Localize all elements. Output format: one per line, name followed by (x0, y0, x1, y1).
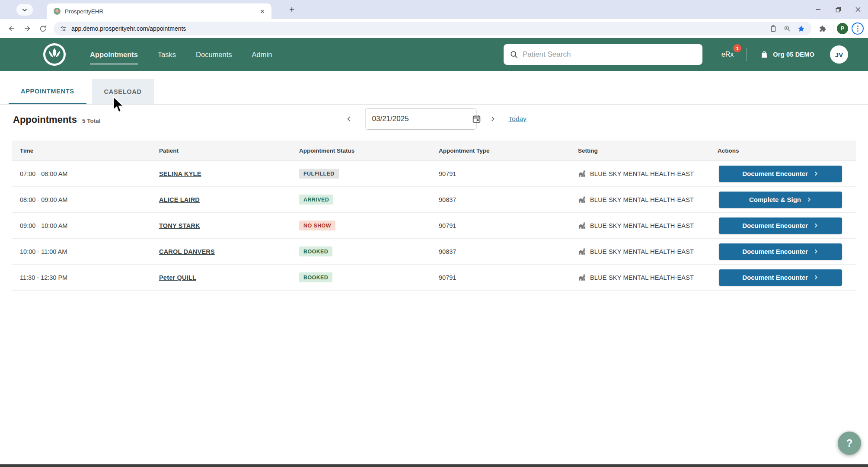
toolbar-divider (833, 24, 833, 33)
action-label: Document Encounter (742, 274, 808, 281)
action-button[interactable]: Document Encounter (719, 243, 842, 260)
facility-icon (578, 221, 586, 230)
patient-link[interactable]: TONY STARK (159, 222, 200, 229)
action-button[interactable]: Document Encounter (719, 269, 842, 286)
nav-item-appointments[interactable]: Appointments (90, 51, 138, 59)
table-row: 09:00 - 10:00 AM TONY STARK NO SHOW 9079… (12, 213, 856, 239)
patient-link[interactable]: Peter QUILL (159, 274, 196, 281)
date-navigation: Today (345, 108, 527, 130)
today-link[interactable]: Today (509, 115, 527, 123)
tab-caseload[interactable]: CASELOAD (92, 79, 154, 104)
url-text[interactable]: app.demo.prosperityehr.com/appointments (71, 25, 765, 32)
new-tab-button[interactable]: + (287, 5, 297, 15)
window-controls (808, 0, 868, 19)
user-avatar[interactable]: JV (830, 45, 848, 64)
setting-label: BLUE SKY MENTAL HEALTH-EAST (590, 222, 694, 229)
facility-icon (578, 273, 586, 281)
setting-label: BLUE SKY MENTAL HEALTH-EAST (590, 170, 694, 177)
column-header-actions: Actions (710, 147, 856, 154)
facility-icon (578, 247, 586, 256)
patient-search-box[interactable] (504, 44, 702, 65)
browser-tab[interactable]: ProsperityEHR ✕ (47, 3, 271, 19)
date-field[interactable] (365, 108, 477, 130)
patient-link[interactable]: CAROL DANVERS (159, 248, 215, 255)
date-input[interactable] (372, 115, 468, 123)
appointment-time: 08:00 - 09:00 AM (12, 196, 151, 203)
appointment-time: 09:00 - 10:00 AM (12, 222, 151, 229)
erx-notification-badge: 1 (733, 44, 741, 52)
extensions-icon[interactable] (815, 21, 830, 36)
action-label: Complete & Sign (749, 196, 801, 203)
clipboard-icon[interactable] (769, 25, 777, 32)
action-button[interactable]: Complete & Sign (719, 192, 842, 208)
patient-link[interactable]: ALICE LAIRD (159, 196, 200, 203)
site-settings-icon[interactable] (60, 25, 67, 32)
bookmark-star-icon[interactable] (797, 25, 805, 33)
setting-cell: BLUE SKY MENTAL HEALTH-EAST (570, 221, 710, 230)
org-label: Org 05 DEMO (773, 51, 814, 58)
chevron-right-icon (806, 197, 812, 202)
appointment-type: 90837 (431, 196, 570, 203)
tab-title: ProsperityEHR (65, 8, 254, 15)
setting-cell: BLUE SKY MENTAL HEALTH-EAST (570, 247, 710, 256)
next-day-button[interactable] (489, 115, 497, 123)
column-header-patient: Patient (151, 147, 291, 154)
facility-icon (578, 170, 586, 178)
window-minimize-button[interactable] (808, 0, 828, 19)
app-nav: Appointments Tasks Documents Admin (90, 51, 272, 59)
reload-button[interactable] (35, 21, 50, 36)
browser-menu-button[interactable] (852, 22, 864, 35)
setting-label: BLUE SKY MENTAL HEALTH-EAST (590, 248, 694, 255)
status-badge: BOOKED (299, 246, 332, 256)
zoom-icon[interactable] (783, 25, 791, 32)
appointment-type: 90791 (431, 170, 570, 177)
header-divider (747, 48, 747, 61)
table-row: 10:00 - 11:00 AM CAROL DANVERS BOOKED 90… (12, 239, 856, 265)
appointments-total: 5 Total (82, 118, 101, 124)
org-selector[interactable]: Org 05 DEMO (760, 50, 814, 59)
address-bar[interactable]: app.demo.prosperityehr.com/appointments (54, 22, 811, 35)
window-close-button[interactable] (848, 0, 868, 19)
help-button[interactable]: ? (838, 432, 861, 455)
column-header-setting: Setting (570, 147, 710, 154)
tab-search-button[interactable] (16, 4, 33, 16)
three-dot-icon (857, 26, 858, 32)
table-row: 11:30 - 12:30 PM Peter QUILL BOOKED 9079… (12, 265, 856, 291)
appointment-time: 11:30 - 12:30 PM (12, 274, 151, 281)
column-header-status: Appointment Status (291, 147, 431, 154)
tab-close-icon[interactable]: ✕ (258, 7, 266, 15)
status-badge: BOOKED (299, 272, 332, 282)
action-button[interactable]: Document Encounter (719, 166, 842, 182)
erx-button[interactable]: eRx 1 (721, 51, 734, 58)
nav-item-admin[interactable]: Admin (252, 51, 272, 59)
patient-search-input[interactable] (523, 50, 696, 59)
window-maximize-button[interactable] (828, 0, 848, 19)
action-button[interactable]: Document Encounter (719, 218, 842, 234)
action-label: Document Encounter (742, 222, 808, 229)
prosperity-logo-icon[interactable] (43, 43, 66, 66)
back-button[interactable] (4, 21, 19, 36)
search-icon (510, 50, 518, 59)
setting-cell: BLUE SKY MENTAL HEALTH-EAST (570, 195, 710, 204)
calendar-icon[interactable] (472, 114, 482, 124)
page-tabs: APPOINTMENTS CASELOAD (0, 71, 868, 105)
setting-label: BLUE SKY MENTAL HEALTH-EAST (590, 274, 694, 281)
forward-button[interactable] (20, 21, 35, 36)
browser-profile-avatar[interactable]: P (837, 23, 848, 34)
action-label: Document Encounter (742, 248, 808, 255)
page-title: Appointments (13, 114, 77, 125)
appointment-type: 90837 (431, 248, 570, 255)
favicon-lotus-icon (54, 8, 61, 15)
nav-item-documents[interactable]: Documents (196, 51, 232, 59)
appointments-table: Time Patient Appointment Status Appointm… (12, 141, 856, 291)
address-bar-actions (769, 25, 808, 33)
setting-label: BLUE SKY MENTAL HEALTH-EAST (590, 196, 694, 203)
table-body: 07:00 - 08:00 AM SELINA KYLE FULFILLED 9… (12, 161, 856, 291)
setting-cell: BLUE SKY MENTAL HEALTH-EAST (570, 273, 710, 281)
tab-appointments[interactable]: APPOINTMENTS (9, 79, 86, 104)
column-header-time: Time (12, 147, 151, 154)
nav-item-tasks[interactable]: Tasks (158, 51, 176, 59)
previous-day-button[interactable] (345, 115, 353, 123)
patient-link[interactable]: SELINA KYLE (159, 170, 201, 177)
shopping-bag-icon (760, 50, 769, 59)
